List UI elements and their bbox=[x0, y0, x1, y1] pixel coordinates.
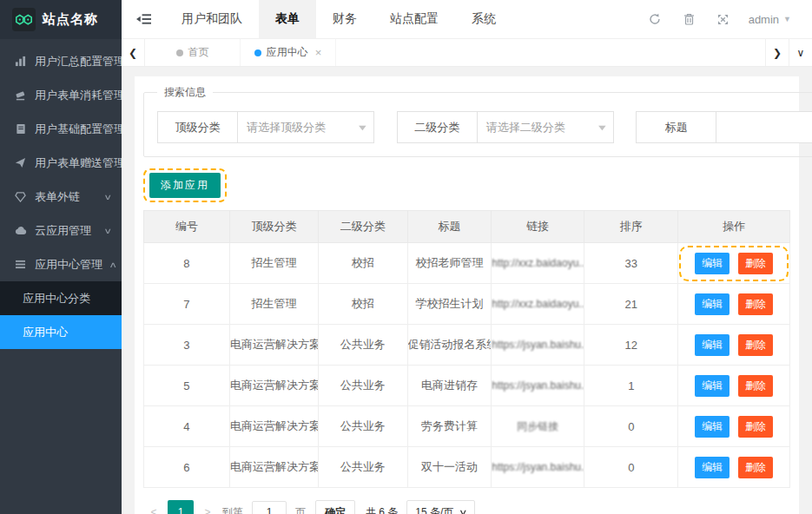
tab-dot-icon bbox=[254, 49, 261, 56]
row-link[interactable]: https://jsyan.baishu... bbox=[492, 461, 584, 473]
clear-cache-icon[interactable] bbox=[672, 13, 706, 25]
sidebar-item-form-consume[interactable]: 用户表单消耗管理 bbox=[0, 78, 122, 112]
chevron-down-icon: ▼ bbox=[356, 123, 368, 132]
document-icon bbox=[14, 123, 27, 135]
app-window: 站点名称 用户汇总配置管理 用户表单消耗管理 用户基础配置管理 bbox=[0, 0, 812, 514]
sidebar-item-form-external[interactable]: 表单外链 ∨ bbox=[0, 180, 122, 214]
annotation-highlight: 添加应用 bbox=[143, 168, 227, 202]
close-tab-icon[interactable]: × bbox=[315, 46, 322, 59]
username: admin bbox=[749, 13, 779, 26]
collapse-sidebar-icon[interactable] bbox=[122, 0, 165, 38]
title-input[interactable] bbox=[716, 111, 812, 143]
user-menu[interactable]: admin ▼ bbox=[740, 13, 800, 26]
topnav-site-config[interactable]: 站点配置 bbox=[373, 0, 455, 38]
sidebar: 站点名称 用户汇总配置管理 用户表单消耗管理 用户基础配置管理 bbox=[0, 0, 122, 514]
list-icon bbox=[14, 260, 27, 269]
row-link[interactable]: https://jsyan.baishu... bbox=[492, 339, 584, 351]
col-sort: 排序 bbox=[584, 211, 678, 243]
topbar-right: admin ▼ bbox=[637, 0, 812, 38]
send-icon bbox=[14, 157, 27, 168]
delete-button[interactable]: 删除 bbox=[738, 416, 773, 438]
app-table: 编号 顶级分类 二级分类 标题 链接 排序 操作 8 招生管理 bbox=[143, 210, 790, 488]
edit-button[interactable]: 编辑 bbox=[695, 253, 729, 274]
col-id: 编号 bbox=[144, 211, 230, 243]
sidebar-item-cloud-apps[interactable]: 云应用管理 ∨ bbox=[0, 214, 122, 247]
delete-button[interactable]: 删除 bbox=[738, 293, 773, 315]
tabs-scroll-right-icon[interactable]: ❯ bbox=[765, 39, 789, 66]
sidebar-menu: 用户汇总配置管理 用户表单消耗管理 用户基础配置管理 用户表单赠送管理 bbox=[0, 39, 122, 514]
row-link[interactable]: 同步链接 bbox=[517, 420, 558, 432]
topnav-system[interactable]: 系统 bbox=[455, 0, 512, 38]
site-logo-icon bbox=[12, 8, 36, 31]
delete-button[interactable]: 删除 bbox=[738, 334, 773, 356]
table-row: 3 电商运营解决方案 公共业务 促销活动报名系统 https://jsyan.b… bbox=[144, 325, 790, 366]
next-page-button[interactable]: > bbox=[197, 500, 218, 514]
chevron-up-icon: ∧ bbox=[109, 260, 117, 269]
annotation-highlight: 编辑 删除 bbox=[679, 246, 789, 281]
delete-button[interactable]: 删除 bbox=[738, 457, 773, 478]
prev-page-button[interactable]: < bbox=[143, 500, 164, 514]
edit-button[interactable]: 编辑 bbox=[695, 293, 729, 315]
row-link[interactable]: http://xxz.baidaoyu... bbox=[492, 298, 584, 310]
edit-button[interactable]: 编辑 bbox=[695, 334, 729, 356]
goto-prefix: 到第 bbox=[222, 505, 243, 514]
col-actions: 操作 bbox=[678, 211, 790, 243]
sidebar-item-app-center[interactable]: 应用中心 bbox=[0, 315, 122, 349]
col-second-category: 二级分类 bbox=[318, 211, 407, 243]
refresh-icon[interactable] bbox=[637, 13, 672, 25]
sidebar-item-app-center-mgmt[interactable]: 应用中心管理 ∧ bbox=[0, 247, 122, 281]
title-label: 标题 bbox=[636, 111, 716, 143]
edit-button[interactable]: 编辑 bbox=[695, 375, 729, 397]
bar-chart-icon bbox=[14, 56, 27, 67]
delete-button[interactable]: 删除 bbox=[738, 253, 773, 274]
tab-app-center[interactable]: 应用中心 × bbox=[241, 39, 336, 66]
main-area: 用户和团队 表单 财务 站点配置 系统 admin ▼ bbox=[122, 0, 812, 514]
table-row: 4 电商运营解决方案 公共业务 劳务费计算 同步链接 0 编辑 删除 bbox=[144, 406, 790, 447]
tab-dot-icon bbox=[176, 49, 183, 56]
topnav-forms[interactable]: 表单 bbox=[259, 0, 316, 38]
tabs-scroll-left-icon[interactable]: ❮ bbox=[122, 39, 145, 66]
second-category-select[interactable]: 请选择二级分类 ▼ bbox=[477, 111, 614, 143]
chevron-down-icon: ∨ bbox=[104, 227, 113, 235]
edit-button[interactable]: 编辑 bbox=[695, 457, 729, 478]
col-top-category: 顶级分类 bbox=[229, 211, 318, 243]
tab-bar: ❮ 首页 应用中心 × ❯ ∨ bbox=[122, 39, 812, 67]
row-link[interactable]: https://jsyan.baishu... bbox=[492, 379, 584, 392]
top-category-group: 顶级分类 请选择顶级分类 ▼ bbox=[157, 111, 374, 143]
top-category-label: 顶级分类 bbox=[157, 111, 238, 143]
site-title: 站点名称 bbox=[43, 11, 98, 28]
logo[interactable]: 站点名称 bbox=[0, 0, 122, 39]
topnav-finance[interactable]: 财务 bbox=[316, 0, 373, 38]
page-1-button[interactable]: 1 bbox=[168, 500, 194, 514]
per-page-select[interactable]: 15 条/页 ∨ bbox=[406, 500, 475, 514]
diamond-icon bbox=[14, 192, 27, 202]
top-category-select[interactable]: 请选择顶级分类 ▼ bbox=[237, 111, 374, 143]
sidebar-item-form-gift[interactable]: 用户表单赠送管理 bbox=[0, 146, 122, 180]
row-link[interactable]: http://xxz.baidaoyu... bbox=[492, 257, 584, 269]
sidebar-item-user-summary[interactable]: 用户汇总配置管理 bbox=[0, 44, 122, 78]
goto-confirm-button[interactable]: 确定 bbox=[315, 500, 355, 514]
table-row: 7 招生管理 校招 学校招生计划 http://xxz.baidaoyu... … bbox=[144, 284, 790, 325]
total-count: 共 6 条 bbox=[366, 505, 398, 514]
topnav-users-teams[interactable]: 用户和团队 bbox=[165, 0, 259, 38]
cloud-icon bbox=[14, 226, 27, 235]
chevron-down-icon: ∨ bbox=[459, 508, 468, 514]
top-navigation: 用户和团队 表单 财务 站点配置 系统 bbox=[165, 0, 512, 38]
table-row: 6 电商运营解决方案 公共业务 双十一活动 https://jsyan.bais… bbox=[144, 447, 790, 488]
add-app-button[interactable]: 添加应用 bbox=[149, 173, 221, 198]
sidebar-submenu: 应用中心分类 应用中心 bbox=[0, 281, 122, 349]
sidebar-item-user-base[interactable]: 用户基础配置管理 bbox=[0, 112, 122, 146]
table-row: 5 电商运营解决方案 公共业务 电商进销存 https://jsyan.bais… bbox=[144, 366, 790, 406]
tab-home[interactable]: 首页 bbox=[145, 39, 241, 66]
search-panel: 搜索信息 顶级分类 请选择顶级分类 ▼ 二级分类 bbox=[143, 85, 812, 157]
goto-page-input[interactable] bbox=[252, 501, 287, 514]
tabs-menu-icon[interactable]: ∨ bbox=[789, 39, 812, 66]
edit-button[interactable]: 编辑 bbox=[695, 416, 729, 438]
delete-button[interactable]: 删除 bbox=[738, 375, 773, 397]
search-panel-title: 搜索信息 bbox=[157, 85, 213, 100]
chevron-down-icon: ∨ bbox=[104, 193, 113, 201]
fullscreen-icon[interactable] bbox=[706, 14, 740, 25]
second-category-label: 二级分类 bbox=[397, 111, 478, 143]
sidebar-item-app-center-category[interactable]: 应用中心分类 bbox=[0, 281, 122, 315]
second-category-group: 二级分类 请选择二级分类 ▼ bbox=[397, 111, 614, 143]
